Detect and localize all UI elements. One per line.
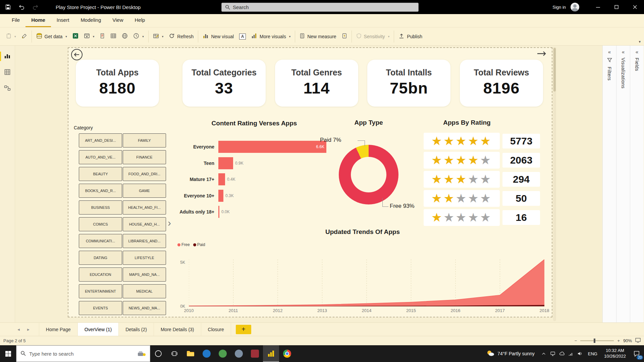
data-view-icon	[4, 69, 11, 76]
new-page-button[interactable]: +	[236, 325, 251, 334]
quick-measure-button[interactable]	[339, 30, 350, 43]
text-box-button[interactable]: A	[236, 31, 249, 42]
data-hub-icon	[84, 33, 90, 40]
sensitivity-button[interactable]: Sensitivity▾	[354, 30, 392, 43]
weather-widget[interactable]: 74°F Partly sunny	[481, 345, 539, 362]
expand-pane-icon[interactable]: «	[636, 49, 638, 55]
excel-workbook-button[interactable]	[70, 30, 81, 43]
partly-sunny-icon	[486, 350, 495, 358]
search-icon	[225, 5, 230, 10]
fit-to-page-icon[interactable]	[635, 338, 641, 344]
filter-icon	[607, 58, 612, 64]
monitor-icon[interactable]	[548, 345, 557, 362]
avatar[interactable]	[571, 3, 579, 11]
more-visuals-button[interactable]: More visuals▾	[249, 30, 293, 43]
get-data-button[interactable]: Get data▾	[34, 30, 70, 43]
app-icon-gray[interactable]	[231, 345, 247, 362]
save-icon[interactable]	[5, 4, 11, 10]
file-explorer-icon[interactable]	[182, 345, 199, 362]
dataverse-button[interactable]	[119, 30, 130, 43]
zoom-slider[interactable]	[580, 340, 614, 341]
rating-stars-row[interactable]: ★★★★★	[424, 171, 500, 188]
volume-icon[interactable]	[576, 345, 585, 362]
menu-item-help[interactable]: Help	[129, 14, 151, 27]
report-view-button[interactable]	[0, 50, 15, 63]
star-filled-icon: ★	[455, 154, 468, 166]
language-indicator[interactable]: ENG	[585, 351, 601, 356]
menu-item-home[interactable]: Home	[25, 14, 51, 27]
new-measure-button[interactable]: New measure	[297, 30, 339, 43]
app-icon-green[interactable]	[215, 345, 231, 362]
clock-icon	[133, 33, 139, 40]
sql-server-button[interactable]	[97, 30, 108, 43]
text-box-icon: A	[239, 34, 246, 40]
menu-item-insert[interactable]: Insert	[51, 14, 75, 27]
menu-item-file[interactable]: File	[6, 14, 25, 27]
page-tab[interactable]: Home Page	[39, 323, 78, 336]
undo-icon[interactable]	[19, 5, 24, 10]
filters-pane-collapsed[interactable]: « Filters	[602, 46, 616, 322]
x-axis-label: 2010	[184, 308, 194, 313]
rating-stars-row[interactable]: ★★★★★	[424, 152, 500, 169]
visualizations-pane-collapsed[interactable]: « Visualizations	[616, 46, 630, 322]
data-view-button[interactable]	[0, 66, 15, 79]
cloud-icon[interactable]	[557, 345, 567, 362]
visualizations-pane-label: Visualizations	[621, 58, 626, 88]
rating-count: 16	[502, 210, 540, 225]
publish-button[interactable]: Publish	[396, 30, 425, 43]
legend-dot	[193, 243, 196, 246]
transform-data-button[interactable]: ▾	[150, 30, 166, 43]
close-button[interactable]	[626, 0, 644, 14]
chrome-icon[interactable]	[279, 345, 295, 362]
sign-in-button[interactable]: Sign in	[552, 5, 566, 10]
report-page[interactable]: Total Apps8180Total Categories33Total Ge…	[68, 47, 552, 317]
task-view-icon[interactable]	[166, 345, 182, 362]
app-icon-red[interactable]	[247, 345, 263, 362]
collapse-ribbon-icon[interactable]: ▾	[639, 40, 641, 44]
format-painter-button[interactable]	[19, 31, 30, 43]
status-bar: Page 2 of 5 − + 90%	[0, 336, 644, 345]
scrollbar-thumb[interactable]	[553, 48, 556, 92]
hidden-icons-chevron[interactable]	[539, 345, 548, 362]
prev-page-icon[interactable]: ◄	[17, 327, 20, 331]
power-bi-taskbar-icon[interactable]	[263, 345, 279, 362]
menu-item-modeling[interactable]: Modeling	[75, 14, 107, 27]
app-icon-blue[interactable]	[199, 345, 215, 362]
recent-sources-button[interactable]: ▾	[130, 30, 147, 43]
zoom-slider-thumb[interactable]	[594, 339, 595, 343]
refresh-button[interactable]: Refresh	[166, 30, 196, 43]
new-visual-button[interactable]: New visual	[200, 30, 236, 43]
redo-icon[interactable]	[33, 5, 38, 10]
document-icon	[100, 33, 105, 40]
page-tab[interactable]: OverView (1)	[78, 323, 119, 336]
expand-pane-icon[interactable]: «	[608, 49, 611, 55]
paste-button[interactable]: ▾	[3, 30, 19, 43]
rating-stars-row[interactable]: ★★★★★	[424, 209, 500, 226]
taskbar-search[interactable]: Type here to search	[16, 345, 150, 362]
maximize-button[interactable]	[607, 0, 626, 14]
data-hub-button[interactable]: ▾	[81, 30, 97, 43]
vertical-scrollbar[interactable]	[553, 47, 556, 321]
cortana-icon[interactable]	[150, 345, 166, 362]
action-center-icon[interactable]: 20	[629, 345, 644, 362]
fields-pane-collapsed[interactable]: « Fields	[630, 46, 644, 322]
titlebar-search[interactable]: Search	[221, 3, 419, 12]
model-view-button[interactable]	[0, 82, 15, 95]
page-tab[interactable]: Details (2)	[119, 323, 154, 336]
expand-pane-icon[interactable]: «	[622, 49, 625, 55]
star-filled-icon: ★	[443, 135, 455, 147]
rating-stars-row[interactable]: ★★★★★	[424, 190, 500, 207]
trend-area-chart[interactable]	[189, 259, 544, 306]
page-tab[interactable]: Closure	[201, 323, 231, 336]
minimize-button[interactable]	[589, 0, 607, 14]
next-page-icon[interactable]: ►	[26, 327, 30, 331]
network-icon[interactable]	[567, 345, 576, 362]
page-tab[interactable]: More Details (3)	[154, 323, 201, 336]
rating-stars-row[interactable]: ★★★★★	[424, 133, 500, 149]
clock[interactable]: 10:32 AM 10/26/2022	[601, 348, 629, 359]
start-button[interactable]	[0, 345, 16, 362]
enter-data-button[interactable]	[108, 30, 119, 43]
zoom-out-icon[interactable]: −	[575, 338, 577, 343]
zoom-in-icon[interactable]: +	[617, 338, 620, 343]
menu-item-view[interactable]: View	[107, 14, 129, 27]
